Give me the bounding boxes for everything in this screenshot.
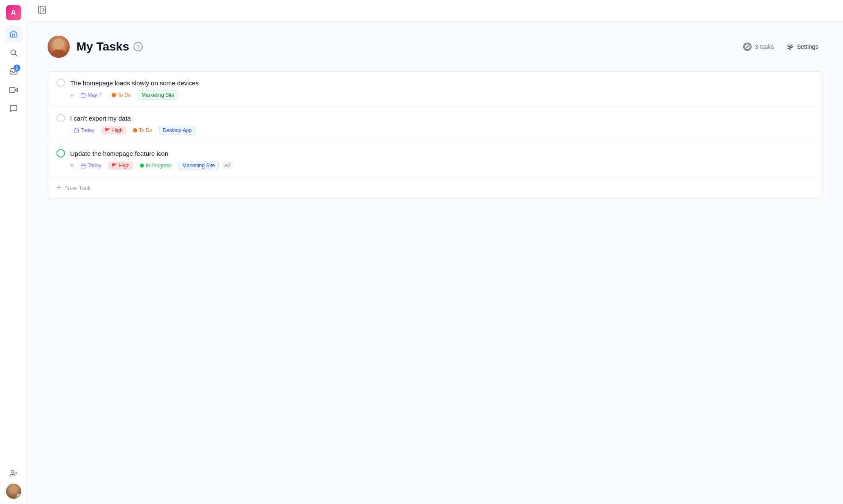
svg-point-17 <box>789 48 791 49</box>
svg-point-16 <box>791 46 792 48</box>
svg-point-10 <box>51 49 66 58</box>
svg-rect-18 <box>81 93 85 98</box>
tasks-count-label: 3 tasks <box>755 43 774 50</box>
new-task-row[interactable]: + New Task <box>48 177 822 198</box>
task-extra-3[interactable]: +2 <box>222 161 233 170</box>
flag-icon-2: 🚩 <box>105 128 110 133</box>
help-icon[interactable]: ? <box>133 42 143 51</box>
task-date-2[interactable]: Today <box>70 126 98 135</box>
sidebar: A 1 <box>0 0 27 504</box>
svg-marker-2 <box>15 88 17 92</box>
task-item-3: Update the homepage feature icon ≡ Today <box>48 142 822 177</box>
task-item-2: I can't export my data Today 🚩 <box>48 107 822 142</box>
expand-sidebar-icon[interactable] <box>36 3 48 18</box>
svg-point-11 <box>53 39 64 50</box>
task-status-3[interactable]: In Progress <box>136 161 175 170</box>
user-avatar-bottom[interactable] <box>6 484 21 499</box>
task-meta-2: Today 🚩 High To Do Desktop App <box>57 126 814 135</box>
page-header-right: 3 tasks Settings <box>743 41 823 53</box>
new-task-label: New Task <box>65 185 91 191</box>
task-project-3[interactable]: Marketing Site <box>178 161 219 170</box>
task-project-2[interactable]: Desktop App <box>159 126 195 135</box>
task-title-2: I can't export my data <box>70 115 131 122</box>
task-list: The homepage loads slowly on some device… <box>48 71 823 199</box>
task-project-1[interactable]: Marketing Site <box>138 90 178 100</box>
task-item: The homepage loads slowly on some device… <box>48 72 822 107</box>
task-checkbox-1[interactable] <box>57 79 65 87</box>
topbar <box>27 0 843 22</box>
task-meta-1: ≡ May 7 To Do Marketing <box>57 90 814 100</box>
sidebar-item-chat[interactable] <box>5 100 22 117</box>
task-title-3: Update the homepage feature icon <box>70 150 168 157</box>
task-priority-3[interactable]: 🚩 High <box>108 161 133 170</box>
page-header-left: My Tasks ? <box>48 36 143 58</box>
plus-icon: + <box>57 183 61 192</box>
task-status-2[interactable]: To Do <box>130 126 156 135</box>
task-row-1: The homepage loads slowly on some device… <box>57 79 814 87</box>
tasks-count: 3 tasks <box>743 42 774 51</box>
svg-rect-22 <box>74 129 79 133</box>
task-checkbox-3[interactable] <box>57 149 65 158</box>
lines-icon-1: ≡ <box>70 92 74 99</box>
task-meta-3: ≡ Today 🚩 High <box>57 161 814 170</box>
check-circle-icon <box>743 42 752 51</box>
task-status-1[interactable]: To Do <box>108 91 134 99</box>
flag-icon-3: 🚩 <box>111 163 117 169</box>
task-priority-2[interactable]: 🚩 High <box>101 126 126 135</box>
page-title-wrap: My Tasks ? <box>76 40 143 53</box>
svg-line-1 <box>15 54 17 56</box>
online-status-dot <box>17 494 21 498</box>
settings-button[interactable]: Settings <box>782 41 823 53</box>
task-title-1: The homepage loads slowly on some device… <box>70 79 199 87</box>
task-date-3[interactable]: Today <box>77 161 105 170</box>
svg-point-4 <box>11 470 14 473</box>
svg-rect-3 <box>9 87 14 93</box>
page-title: My Tasks <box>76 40 129 53</box>
sidebar-item-video[interactable] <box>5 82 22 99</box>
task-row-2: I can't export my data <box>57 114 814 122</box>
inbox-badge: 1 <box>14 65 20 71</box>
page-header: My Tasks ? 3 tasks <box>48 36 823 58</box>
sidebar-item-add-user[interactable] <box>5 465 22 482</box>
svg-rect-26 <box>81 164 85 168</box>
sidebar-item-inbox[interactable]: 1 <box>5 63 22 80</box>
sidebar-item-search[interactable] <box>5 44 22 61</box>
user-avatar-top[interactable]: A <box>6 5 21 20</box>
avatar <box>48 36 70 58</box>
settings-label: Settings <box>797 43 818 50</box>
main-content: My Tasks ? 3 tasks <box>27 0 843 504</box>
task-checkbox-2[interactable] <box>57 114 65 122</box>
lines-icon-3: ≡ <box>70 162 74 169</box>
page-content: My Tasks ? 3 tasks <box>27 22 843 504</box>
sidebar-item-home[interactable] <box>5 25 22 42</box>
task-date-1[interactable]: May 7 <box>77 91 105 99</box>
task-row-3: Update the homepage feature icon <box>57 149 814 158</box>
